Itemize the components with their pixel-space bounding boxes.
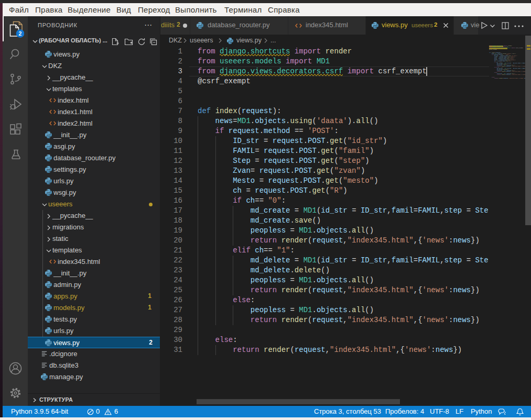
svg-text:2: 2 — [19, 30, 22, 37]
